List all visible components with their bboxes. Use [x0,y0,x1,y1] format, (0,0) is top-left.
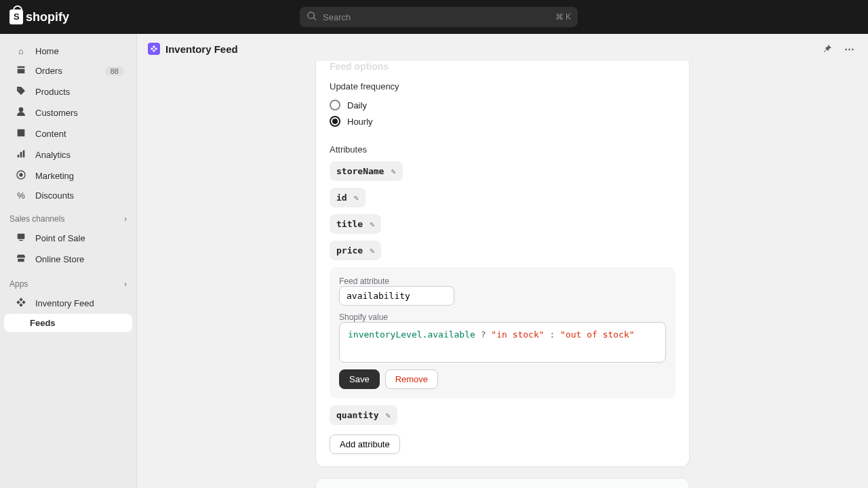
sidebar-item-label: Customers [35,108,124,118]
topbar: shopify Search ⌘ K [0,0,868,34]
main-panel: Inventory Feed ⋯ Feed options Update fre… [137,34,868,488]
sidebar-item-inventory-feed[interactable]: Inventory Feed [4,293,132,314]
orders-icon [15,64,27,77]
sidebar-item-label: Content [35,129,124,139]
search-box[interactable]: Search ⌘ K [300,7,578,27]
sidebar-item-orders[interactable]: Orders 88 [4,60,132,81]
home-icon: ⌂ [15,46,27,56]
radio-icon [330,100,340,110]
sidebar-item-label: Products [35,87,124,97]
svg-rect-3 [19,240,22,241]
brand-name: shopify [26,10,69,24]
tag-label: price [336,245,363,256]
tag-label: title [336,219,363,229]
pencil-icon[interactable]: ✎ [391,167,395,176]
app-icon [15,297,27,310]
sidebar-item-pos[interactable]: Point of Sale [4,228,132,249]
sidebar-item-label: Inventory Feed [35,298,124,308]
svg-point-1 [19,173,22,176]
radio-hourly[interactable]: Hourly [330,113,675,129]
image-icon [15,127,27,140]
bars-icon [15,148,27,161]
sidebar-item-label: Point of Sale [35,233,124,243]
search-shortcut: ⌘ K [555,12,571,22]
sidebar-item-label: Marketing [35,171,124,181]
search-placeholder: Search [323,12,351,22]
sidebar-item-label: Feeds [30,318,124,328]
tag-label: id [336,192,347,203]
page-title: Inventory Feed [165,43,238,55]
sidebar-item-label: Discounts [35,190,124,201]
pencil-icon[interactable]: ✎ [386,411,391,420]
attribute-tag[interactable]: quantity ✎ [330,405,397,425]
attribute-editor: Feed attribute Shopify value inventoryLe… [330,267,675,399]
shopify-value-label: Shopify value [339,312,666,322]
attribute-tag[interactable]: storeName ✎ [330,161,403,181]
sidebar-item-feeds[interactable]: Feeds [4,314,132,332]
run-history-card: Run history Date Active today at 3:13 PM… [315,478,690,488]
radio-icon [330,116,340,127]
shopify-value-editor[interactable]: inventoryLevel.available ? "in stock" : … [339,322,666,363]
store-icon [15,253,27,266]
feed-attribute-label: Feed attribute [339,277,666,286]
attributes-label: Attributes [330,144,675,155]
page-header: Inventory Feed ⋯ [137,34,868,64]
save-button[interactable]: Save [339,369,380,389]
sidebar-item-customers[interactable]: Customers [4,102,132,123]
svg-rect-2 [18,234,25,239]
sidebar-item-analytics[interactable]: Analytics [4,144,132,165]
tag-icon [15,85,27,98]
search-icon [307,11,317,24]
sidebar-item-online-store[interactable]: Online Store [4,249,132,270]
pin-button[interactable] [819,41,835,57]
pencil-icon[interactable]: ✎ [370,246,374,256]
radio-label: Daily [347,100,367,110]
app-badge-icon [148,43,160,55]
tag-label: quantity [336,410,379,420]
user-icon [15,106,27,119]
code-token: "out of stock" [560,329,635,340]
section-label: Sales channels [9,214,64,224]
sidebar-item-discounts[interactable]: % Discounts [4,186,132,205]
sidebar-item-home[interactable]: ⌂ Home [4,42,132,60]
radio-daily[interactable]: Daily [330,97,675,113]
sidebar-item-products[interactable]: Products [4,81,132,102]
pencil-icon[interactable]: ✎ [370,220,374,229]
attribute-tag[interactable]: price ✎ [330,241,381,260]
brand-logo[interactable]: shopify [9,9,69,24]
orders-badge: 88 [105,66,124,76]
sidebar-item-label: Analytics [35,150,124,160]
chevron-right-icon: › [124,214,127,224]
code-token: "in stock" [491,329,544,340]
sidebar-item-label: Online Store [35,254,124,264]
tag-label: storeName [336,166,384,176]
sidebar-item-content[interactable]: Content [4,123,132,144]
chevron-right-icon: › [124,279,127,289]
frequency-label: Update frequency [330,81,675,92]
feed-options-card: Feed options Update frequency Daily Hour… [315,61,690,467]
radio-label: Hourly [347,117,373,127]
percent-icon: % [15,190,27,201]
pencil-icon[interactable]: ✎ [354,193,359,203]
more-button[interactable]: ⋯ [841,41,857,57]
shopify-bag-icon [9,9,23,24]
sidebar-item-label: Home [35,46,124,56]
attribute-tag[interactable]: id ✎ [330,188,366,207]
add-attribute-button[interactable]: Add attribute [330,434,400,454]
attribute-tag[interactable]: title ✎ [330,214,381,234]
sales-channels-header[interactable]: Sales channels › [0,205,136,228]
sidebar-item-marketing[interactable]: Marketing [4,165,132,186]
remove-button[interactable]: Remove [385,369,438,389]
target-icon [15,169,27,182]
section-label: Apps [9,279,28,289]
code-token: inventoryLevel.available [348,329,475,340]
feed-attribute-input[interactable] [339,286,454,306]
sidebar: ⌂ Home Orders 88 Products Customers [0,34,137,488]
pos-icon [15,232,27,245]
code-token: : [545,329,560,340]
sidebar-item-label: Orders [35,66,97,76]
code-token: ? [475,329,491,340]
card-title: Feed options [330,61,675,72]
apps-header[interactable]: Apps › [0,270,136,293]
